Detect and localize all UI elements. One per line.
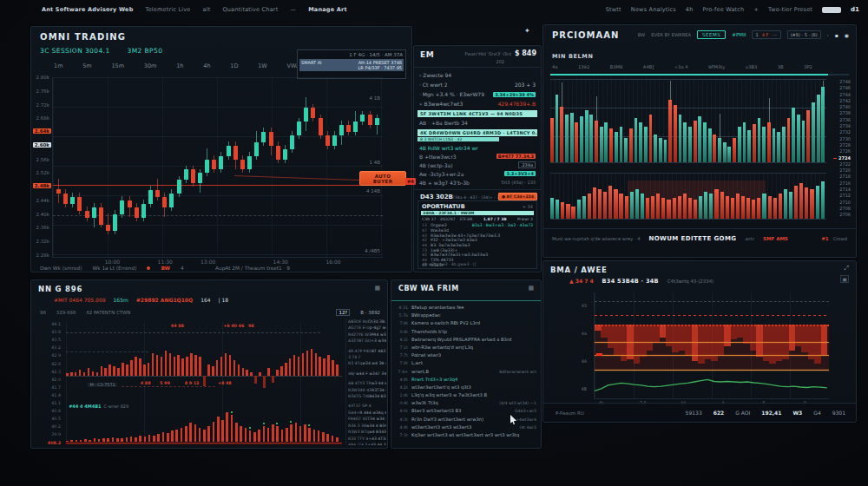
topbar-item[interactable]: Pro-fee Watch <box>702 6 744 13</box>
dot-icon[interactable]: · <box>827 32 829 38</box>
topbar-item[interactable]: alt <box>203 6 211 13</box>
ladder-price[interactable]: 2744 <box>830 92 852 98</box>
volume-chart-upper[interactable] <box>550 79 826 163</box>
ladder-price[interactable]: 2748 <box>830 79 852 85</box>
segment-option[interactable]: ···· <box>772 32 777 37</box>
list-item[interactable]: 0:4tw3w3t 7t3q(4/4 wt3 wt34) —1 <box>397 400 536 408</box>
segment-option[interactable]: 4 F <box>762 32 769 37</box>
topbar-item[interactable]: + <box>753 6 759 13</box>
signal-row[interactable]: 4B RdW wrt3 wtr34 wr <box>419 143 536 152</box>
ladder-price[interactable]: 2746 <box>830 85 852 91</box>
ladder-price[interactable]: 2712 <box>830 193 852 199</box>
segment-option[interactable]: 1 <box>755 32 758 37</box>
micro-chart[interactable]: 44 88+6 40 4698 4 885 998 9 12+8 48 M · … <box>66 322 342 443</box>
buy-command-button[interactable]: ● BT C34+234 <box>498 193 537 200</box>
ladder-price[interactable]: 2732 <box>830 129 852 135</box>
control-item[interactable]: 62 PATENTN CTWN <box>86 310 130 315</box>
expand-icon[interactable]: ⤢ <box>844 265 849 272</box>
ladder-price[interactable]: 2736 <box>830 117 852 123</box>
bell-icon[interactable]: ✦ <box>524 27 530 35</box>
grid-icon[interactable]: ▦ <box>374 285 380 292</box>
topbar-item[interactable]: Telemetric Live <box>146 6 191 13</box>
opportunity-row[interactable]: 13Orgww3B3a3 · Bw3+w3 · 3w3 · 43w73 <box>422 223 533 228</box>
signal-row[interactable]: Aw -3cty3+wr-2a3.3+3V3+4 <box>419 169 536 178</box>
tab-item[interactable]: 4h <box>203 62 210 69</box>
account-row[interactable]: · Ct wwrt 2203 + 3 <box>419 80 536 89</box>
list-item[interactable]: 7:4+wrwrt,BBdFwrwrwrwrk wrt <box>397 369 536 377</box>
ladder-price[interactable]: 2710 <box>830 200 852 206</box>
topbar-item[interactable]: Two-tier Preset <box>768 6 812 13</box>
list-item[interactable]: 7:8tL,wrt <box>397 360 536 368</box>
preset-tag[interactable]: #PM8 <box>732 32 746 37</box>
counter-box[interactable]: 12? <box>336 309 350 316</box>
tab-item[interactable]: 15m <box>111 62 124 69</box>
control-item[interactable]: 98 <box>40 310 46 315</box>
list-item[interactable]: 7:1twbr-R3w wrtwrtq'd wrq'L3q <box>397 345 536 352</box>
topbar-item[interactable]: 4h <box>686 6 694 13</box>
signal-row[interactable]: 4B (wctp-3a).234a <box>419 161 536 169</box>
risk-chart[interactable] <box>594 292 829 399</box>
chart-legend[interactable]: 1 F 4G · 14/5 · AM 37A SMART AI AH-14 PR… <box>297 49 406 79</box>
ladder-price[interactable]: 2706 <box>830 212 852 218</box>
tab-item[interactable]: 30m <box>144 62 157 69</box>
scanner-scrollbar[interactable] <box>550 74 849 76</box>
list-item[interactable]: 4:2twt3wr3wrt3wrt'q wt3 q3t3 <box>397 384 536 392</box>
volume-chart-lower[interactable] <box>550 173 826 220</box>
list-item[interactable]: 7:4tKamera a-switch RBt PV2 L3rd <box>397 320 536 328</box>
topbar-item[interactable]: Manage Art <box>308 6 347 13</box>
tab-item[interactable]: 1W <box>258 62 267 69</box>
ladder-price[interactable]: 2740 <box>830 104 852 110</box>
list-item[interactable]: 7:3tKq3wr wrt3wrt3 wt wrt3wrt3wrt wr3 wr… <box>397 432 536 440</box>
streams-button[interactable]: SEEMS <box>697 30 726 39</box>
legend-selected-row[interactable]: SMART AI AH-14 PRESET 3748 LR P4/33F · 7… <box>299 59 404 71</box>
list-item[interactable]: 4:8tRrwrt 7rd3+3 wr3q4 <box>397 377 536 384</box>
layers-icon[interactable]: ▣ <box>840 275 849 283</box>
signal-row[interactable]: B +ttew3wcr3B#477 77.34.3 <box>419 152 536 161</box>
topbar-item[interactable]: Quantitative Chart <box>222 6 278 13</box>
list-item[interactable]: 5:7kBWrappedwc <box>397 312 536 320</box>
list-item[interactable]: 4:1tBwtrwrwrq Wyutd PRSLAIFFRA wrtwd a B… <box>397 337 536 345</box>
signal-row[interactable]: 4B + w3g7 43'b-3b5tt3 (43a) - 133 <box>419 178 536 187</box>
ladder-price[interactable]: 2742 <box>830 98 852 104</box>
list-item[interactable]: 4:0tBtwr3 wrt3wrtwrt3 B3G4A3+wr3 <box>397 408 536 416</box>
topbar-item[interactable]: Stwtt <box>606 6 621 13</box>
list-item[interactable]: 7:7tPatrwt wtwr3 <box>397 352 536 360</box>
control-item[interactable]: 329-998 <box>56 310 76 315</box>
ladder-price[interactable]: 2716 <box>830 181 852 187</box>
topbar-pill[interactable] <box>822 7 841 13</box>
shield-icon[interactable]: ◉ <box>845 32 849 38</box>
ladder-price[interactable]: 2734 <box>830 123 852 129</box>
tab-item[interactable]: 1h <box>176 62 183 69</box>
range-selector[interactable]: (#8) · 5 · (8) <box>787 30 821 39</box>
topbar-menu-icon[interactable]: d1 <box>851 6 859 13</box>
list-item[interactable]: 4:31Bfwtup wrantwrtwa fee <box>397 305 536 312</box>
tab-item[interactable]: 1m <box>54 62 62 69</box>
list-item[interactable]: 9:4tThwrsholds b'tp <box>397 329 536 337</box>
ladder-price[interactable]: 2718 <box>830 174 852 180</box>
topbar-item[interactable]: News Analytics <box>631 6 676 13</box>
grid-icon[interactable]: ▦ <box>528 285 534 292</box>
ladder-price[interactable]: 2722 <box>830 161 852 167</box>
ladder-price[interactable]: 2738 <box>830 110 852 116</box>
square-icon[interactable]: ▪ <box>835 32 838 38</box>
ladder-price[interactable]: 2714 <box>830 187 852 193</box>
candlestick-chart[interactable]: 4 1B1 4B4 14B4 /4B5 <box>52 77 383 258</box>
segmented-control[interactable]: 14 F···· <box>752 30 780 39</box>
list-item[interactable]: 1:4tL3q'q w3q wrtwr3 w 7w3t3wrt3 B <box>397 392 536 400</box>
ladder-price[interactable]: 2720 <box>830 167 852 174</box>
ladder-price[interactable]: 2728 <box>830 142 852 148</box>
account-row[interactable]: » B3ww4wc7wt3429.47639+.B <box>419 99 536 108</box>
tab-item[interactable]: 1D <box>230 62 238 69</box>
tab-item[interactable]: 5m <box>82 62 91 69</box>
list-item[interactable]: 4:4twt3wrt3wrt3 wrt3 wt3wrt3(4t 4wr3 <box>397 424 536 432</box>
ladder-price[interactable]: 2730 <box>830 136 852 142</box>
page-title: OMNI TRADING <box>40 32 126 42</box>
auto-buyer-button[interactable]: AUTO BUYER <box>359 171 406 186</box>
topbar-item[interactable]: Ant Software Advisory Web <box>42 6 134 13</box>
ladder-price[interactable]: 2726 <box>830 148 852 154</box>
ladder-price[interactable]: 2724 <box>830 155 852 161</box>
account-row[interactable]: · Mgn +3.4 % · E3wrW793.34+29+39 4% <box>419 89 536 99</box>
account-row[interactable]: › Zwwcte 94 <box>419 70 536 80</box>
topbar-item[interactable]: — <box>290 6 296 13</box>
ladder-price[interactable]: 2708 <box>830 206 852 212</box>
